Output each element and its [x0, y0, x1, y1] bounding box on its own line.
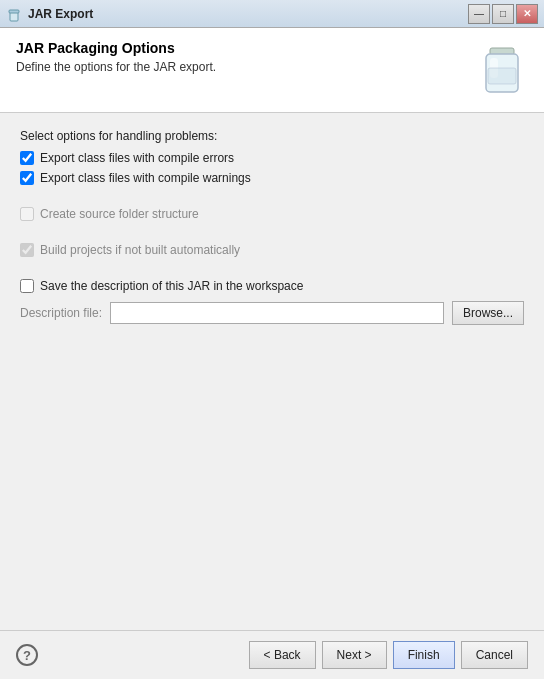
footer-left: ?: [16, 644, 38, 666]
close-button[interactable]: ✕: [516, 4, 538, 24]
build-projects-label: Build projects if not built automaticall…: [40, 243, 240, 257]
finish-button[interactable]: Finish: [393, 641, 455, 669]
compile-errors-row: Export class files with compile errors: [20, 151, 524, 165]
source-folder-row: Create source folder structure: [20, 207, 524, 221]
header-title: JAR Packaging Options: [16, 40, 476, 56]
title-bar-controls: — □ ✕: [468, 4, 538, 24]
help-button[interactable]: ?: [16, 644, 38, 666]
compile-errors-label[interactable]: Export class files with compile errors: [40, 151, 234, 165]
footer-buttons: < Back Next > Finish Cancel: [249, 641, 528, 669]
save-description-label[interactable]: Save the description of this JAR in the …: [40, 279, 303, 293]
header-section: JAR Packaging Options Define the options…: [0, 28, 544, 113]
description-file-input[interactable]: [110, 302, 444, 324]
svg-rect-1: [9, 10, 19, 13]
build-projects-checkbox[interactable]: [20, 243, 34, 257]
cancel-button[interactable]: Cancel: [461, 641, 528, 669]
body-section: Select options for handling problems: Ex…: [0, 113, 544, 630]
back-button[interactable]: < Back: [249, 641, 316, 669]
save-description-checkbox[interactable]: [20, 279, 34, 293]
minimize-button[interactable]: —: [468, 4, 490, 24]
next-button[interactable]: Next >: [322, 641, 387, 669]
svg-rect-5: [488, 68, 516, 84]
footer: ? < Back Next > Finish Cancel: [0, 630, 544, 679]
window-title: JAR Export: [28, 7, 93, 21]
maximize-button[interactable]: □: [492, 4, 514, 24]
description-file-row: Description file: Browse...: [20, 301, 524, 325]
description-file-label: Description file:: [20, 306, 102, 320]
build-projects-row: Build projects if not built automaticall…: [20, 243, 524, 257]
jar-title-icon: [6, 6, 22, 22]
source-folder-checkbox[interactable]: [20, 207, 34, 221]
compile-warnings-checkbox[interactable]: [20, 171, 34, 185]
header-subtitle: Define the options for the JAR export.: [16, 60, 476, 74]
title-bar: JAR Export — □ ✕: [0, 0, 544, 28]
header-text: JAR Packaging Options Define the options…: [16, 40, 476, 74]
source-folder-label: Create source folder structure: [40, 207, 199, 221]
compile-warnings-label[interactable]: Export class files with compile warnings: [40, 171, 251, 185]
save-description-row: Save the description of this JAR in the …: [20, 279, 524, 293]
browse-button[interactable]: Browse...: [452, 301, 524, 325]
jar-icon: [476, 40, 528, 100]
compile-errors-checkbox[interactable]: [20, 151, 34, 165]
problems-section-label: Select options for handling problems:: [20, 129, 524, 143]
main-content: JAR Packaging Options Define the options…: [0, 28, 544, 630]
title-bar-left: JAR Export: [6, 6, 93, 22]
compile-warnings-row: Export class files with compile warnings: [20, 171, 524, 185]
